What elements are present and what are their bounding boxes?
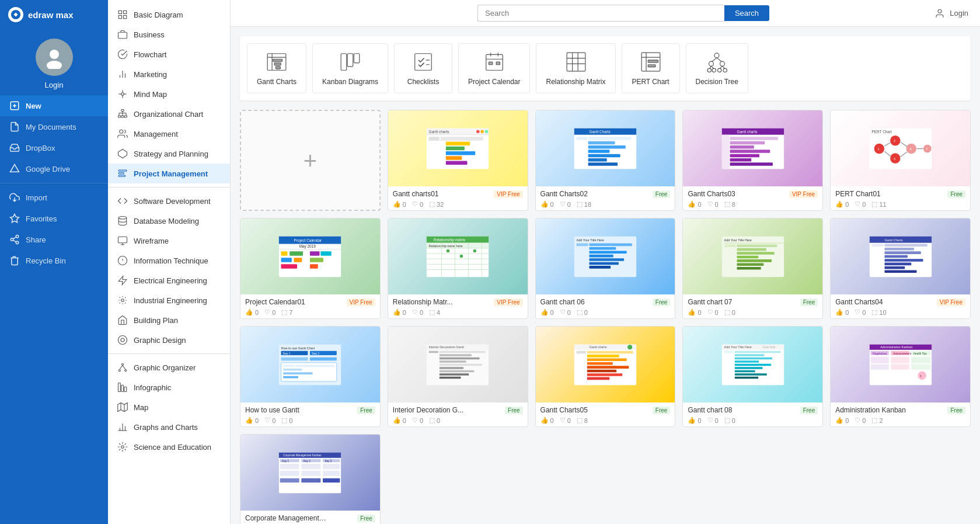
svg-rect-137 [722, 134, 730, 169]
cat-science-and-education[interactable]: Science and Education [108, 437, 230, 457]
svg-line-12 [13, 237, 16, 239]
template-gantt07[interactable]: Add Your Title Here [682, 218, 823, 319]
cat-project-management[interactable]: Project Management [108, 164, 230, 183]
cat-management[interactable]: Management [108, 124, 230, 144]
sidebar-item-import[interactable]: Import [0, 187, 108, 208]
template-gantt03[interactable]: Gantt charts Gantt [682, 110, 823, 211]
cat-map[interactable]: Map [108, 397, 230, 417]
template-proj-cal01[interactable]: Project Calendar May 2019 [240, 218, 381, 319]
template-gantt05[interactable]: Gantt charts [535, 326, 676, 427]
svg-rect-206 [724, 244, 735, 247]
header-login-label[interactable]: Login [950, 9, 968, 18]
template-name-pert01: PERT Chart01 [835, 190, 881, 198]
template-gantt04[interactable]: Gantt Charts [830, 218, 971, 319]
cat-industrial-engineering[interactable]: Industrial Engineering [108, 290, 230, 310]
cat-icon-decision-tree[interactable]: Decision Tree [686, 43, 748, 93]
template-badge-corp-kanban: Free [357, 515, 375, 522]
stat-likes-gantt03: 👍 0 [688, 200, 701, 208]
svg-line-11 [13, 240, 16, 242]
new-template-card[interactable]: + [240, 110, 381, 211]
svg-point-114 [485, 130, 489, 133]
template-admin-kanban[interactable]: Administration Kanban Regulations Announ… [830, 326, 971, 427]
cat-software-development[interactable]: Software Development [108, 191, 230, 211]
template-name-gantt08: Gantt chart 08 [688, 406, 732, 414]
left-sidebar: edraw max Login New My Documents DropBox… [0, 0, 108, 524]
app-name: edraw max [28, 10, 74, 20]
svg-rect-209 [737, 252, 774, 255]
cat-graphs-and-charts[interactable]: Graphs and Charts [108, 417, 230, 437]
svg-rect-131 [588, 154, 620, 157]
template-corp-kanban[interactable]: Corporate Management Kanban Key 1 Key 2 … [240, 434, 381, 524]
cat-electrical-engineering[interactable]: Electrical Engineering [108, 270, 230, 290]
cat-graphic-organizer[interactable]: Graphic Organizer [108, 358, 230, 377]
cat-marketing[interactable]: Marketing [108, 64, 230, 84]
svg-rect-133 [588, 162, 618, 166]
svg-rect-250 [440, 370, 475, 372]
sidebar-item-my-documents[interactable]: My Documents [0, 116, 108, 137]
cat-business[interactable]: Business [108, 25, 230, 44]
stat-hearts-gantt04: ♡ 0 [855, 308, 866, 316]
sidebar-item-dropbox[interactable]: DropBox [0, 137, 108, 158]
cat-icon-gantt-charts[interactable]: Gantt Charts [247, 43, 306, 93]
cat-information-technique[interactable]: Information Technique [108, 251, 230, 270]
svg-rect-245 [440, 354, 472, 356]
svg-rect-205 [724, 242, 785, 243]
svg-text:Project Calendar: Project Calendar [294, 238, 323, 242]
svg-rect-294 [911, 364, 930, 369]
template-interior-gantt[interactable]: Interior Decoration Gantt [388, 326, 528, 427]
template-howto-gantt[interactable]: How to use Gantt Chart Step 1 Step 2 [240, 326, 381, 427]
cat-flowchart[interactable]: Flowchart [108, 44, 230, 64]
cat-database-modeling[interactable]: Database Modeling [108, 211, 230, 231]
template-gantt06[interactable]: Add Your Title Here [535, 218, 676, 319]
template-pert01[interactable]: PERT Chart 1 2 3 4 7 [830, 110, 971, 211]
template-rel-mat01[interactable]: Relationship matrix Relationship name he… [388, 218, 528, 319]
svg-text:Interior Decoration Gantt: Interior Decoration Gantt [429, 345, 465, 349]
template-gantt02[interactable]: Gantt Charts Gantt [535, 110, 676, 211]
cat-wireframe[interactable]: Wireframe [108, 231, 230, 251]
search-input[interactable] [477, 5, 724, 22]
svg-rect-236 [295, 365, 335, 367]
gantt02-preview: Gantt Charts [573, 127, 637, 171]
svg-marker-7 [11, 214, 19, 223]
svg-text:⚕: ⚕ [920, 374, 922, 377]
cat-organizational-chart[interactable]: Organizational Chart [108, 104, 230, 124]
stat-copies-gantt06: ⬚ 0 [577, 308, 588, 316]
svg-rect-293 [911, 356, 930, 363]
template-gantt01[interactable]: Gantt charts [388, 110, 528, 211]
cat-mind-map[interactable]: Mind Map [108, 84, 230, 104]
cat-building-plan[interactable]: Building Plan [108, 310, 230, 330]
cat-strategy-planning[interactable]: Strategy and Planning [108, 144, 230, 164]
svg-rect-278 [735, 373, 767, 376]
svg-rect-217 [871, 244, 883, 247]
cat-basic-diagram[interactable]: Basic Diagram [108, 5, 230, 25]
cat-graphic-design[interactable]: Graphic Design [108, 330, 230, 350]
category-icons-row: Gantt Charts Kanban Diagrams [240, 36, 971, 100]
thumb-gantt07: Add Your Title Here [683, 218, 822, 294]
search-button[interactable]: Search [724, 5, 769, 21]
svg-rect-73 [275, 67, 280, 69]
cat-icon-checklists[interactable]: Checklists [394, 43, 452, 93]
cat-icon-checklists-label: Checklists [407, 78, 440, 86]
cat-icon-pert-chart[interactable]: PERT Chart [622, 43, 680, 93]
svg-rect-58 [124, 387, 127, 391]
cat-infographic[interactable]: Infographic [108, 377, 230, 397]
svg-rect-71 [273, 59, 283, 61]
cat-icon-project-calendar[interactable]: Project Calendar [458, 43, 530, 93]
template-gantt08[interactable]: Add Your Title Here Gantt Note [682, 326, 823, 427]
stat-hearts-gantt08: ♡ 0 [707, 417, 719, 424]
cat-icon-kanban-diagrams[interactable]: Kanban Diagrams [312, 43, 388, 93]
sidebar-item-share[interactable]: Share [0, 229, 108, 250]
template-info-interior-gantt: Interior Decoration G... Free 👍 0 ♡ 0 ⬚ … [388, 402, 528, 426]
cat-icon-relationship-matrix[interactable]: Relationship Matrix [536, 43, 615, 93]
svg-rect-26 [121, 110, 124, 112]
svg-point-51 [122, 363, 124, 365]
sidebar-item-recycle-bin[interactable]: Recycle Bin [0, 250, 108, 271]
template-badge-gantt03: VIP Free [789, 190, 818, 198]
sidebar-item-favorites[interactable]: Favorites [0, 208, 108, 229]
pert01-preview: PERT Chart 1 2 3 4 7 [869, 127, 933, 171]
sidebar-item-new[interactable]: New [0, 95, 108, 116]
svg-text:Step 2: Step 2 [312, 352, 320, 355]
login-label[interactable]: Login [45, 81, 64, 89]
sidebar-item-google-drive[interactable]: Google Drive [0, 158, 108, 179]
stat-copies-howto: ⬚ 0 [281, 417, 292, 424]
